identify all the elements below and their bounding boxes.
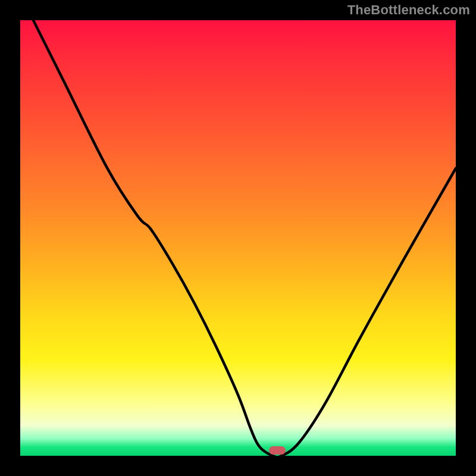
chart-frame: TheBottleneck.com bbox=[0, 0, 476, 476]
optimal-marker bbox=[269, 446, 286, 455]
watermark-label: TheBottleneck.com bbox=[347, 2, 470, 18]
bottleneck-curve bbox=[20, 20, 456, 456]
plot-area bbox=[20, 20, 456, 456]
